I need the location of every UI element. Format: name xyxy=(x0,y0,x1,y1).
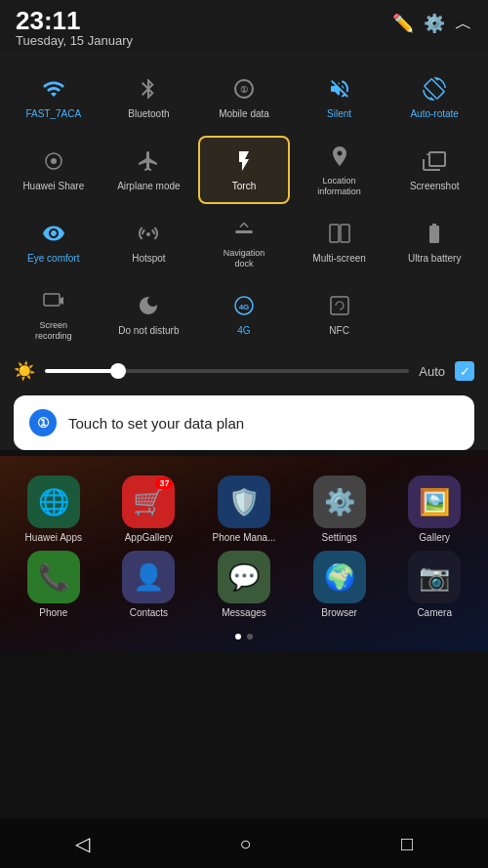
page-dot-1 xyxy=(235,634,241,640)
data-plan-icon: ① xyxy=(29,409,57,436)
torch-icon xyxy=(232,149,256,177)
app-icon: 🖼️ xyxy=(408,475,461,528)
nfc-icon xyxy=(328,294,351,321)
app-icon: 📷 xyxy=(408,551,461,603)
brightness-slider[interactable] xyxy=(45,369,409,373)
app-label: Phone xyxy=(39,607,67,618)
brightness-thumb[interactable] xyxy=(110,363,126,379)
tile-bluetooth[interactable]: Bluetooth xyxy=(103,63,195,132)
tile-wifi[interactable]: FAST_7ACA xyxy=(8,63,100,132)
tile-huawei-share-label: Huawei Share xyxy=(22,181,84,192)
app-item[interactable]: 👤Contacts xyxy=(105,551,193,618)
app-label: Contacts xyxy=(130,607,168,618)
home-button[interactable]: ○ xyxy=(220,825,270,863)
brightness-auto-checkbox[interactable]: ✓ xyxy=(455,361,474,381)
tile-bluetooth-label: Bluetooth xyxy=(128,108,169,120)
data-plan-banner[interactable]: ① Touch to set your data plan xyxy=(14,395,474,450)
app-label: Messages xyxy=(222,607,266,618)
tile-mobile-data[interactable]: ① Mobile data xyxy=(198,63,290,132)
svg-text:4G: 4G xyxy=(239,303,250,311)
app-label: Huawei Apps xyxy=(25,532,82,543)
bottom-nav: ◁ ○ □ xyxy=(0,819,488,868)
tile-hotspot-label: Hotspot xyxy=(132,253,165,265)
app-item[interactable]: 💬Messages xyxy=(200,551,288,618)
screen-rec-icon xyxy=(42,289,65,316)
app-item[interactable]: 🛒37AppGallery xyxy=(105,475,193,543)
svg-rect-7 xyxy=(44,294,60,306)
brightness-auto-label: Auto xyxy=(419,364,445,379)
tile-eye-comfort[interactable]: Eye comfort xyxy=(8,208,100,276)
tile-airplane[interactable]: Airplane mode xyxy=(103,136,195,204)
hotspot-icon xyxy=(137,222,160,249)
app-label: Gallery xyxy=(419,532,450,543)
svg-text:①: ① xyxy=(240,85,248,95)
moon-icon xyxy=(137,294,160,321)
tile-empty xyxy=(388,280,480,349)
battery-icon xyxy=(423,222,446,249)
brightness-icon: ☀️ xyxy=(14,360,35,382)
app-item[interactable]: 📞Phone xyxy=(10,551,98,618)
brightness-row: ☀️ Auto ✓ xyxy=(6,352,482,390)
svg-rect-6 xyxy=(341,225,349,242)
tiles-grid: FAST_7ACA Bluetooth ① Mobile data Silent xyxy=(6,60,482,352)
app-label: Phone Mana... xyxy=(212,532,275,543)
data-plan-text: Touch to set your data plan xyxy=(68,415,244,432)
nav-dock-icon xyxy=(232,217,256,244)
app-icon: 🌍 xyxy=(313,551,366,603)
tile-screen-recording[interactable]: Screenrecording xyxy=(8,280,100,349)
status-date: Tuesday, 15 January xyxy=(16,33,133,48)
bluetooth-icon xyxy=(137,77,160,104)
tile-screen-recording-label: Screenrecording xyxy=(35,320,72,342)
app-grid: 🌐Huawei Apps🛒37AppGallery🛡️Phone Mana...… xyxy=(10,472,478,622)
tile-ultra-battery[interactable]: Ultra battery xyxy=(388,208,480,276)
back-button[interactable]: ◁ xyxy=(56,824,109,863)
app-item[interactable]: 🛡️Phone Mana... xyxy=(200,475,288,543)
silent-icon xyxy=(328,77,351,104)
tile-torch[interactable]: Torch xyxy=(198,136,290,204)
tile-torch-label: Torch xyxy=(232,181,256,192)
tile-hotspot[interactable]: Hotspot xyxy=(103,208,195,276)
tile-nav-dock-label: Navigationdock xyxy=(224,248,265,269)
settings-icon[interactable]: ⚙️ xyxy=(424,13,445,34)
eye-comfort-icon xyxy=(42,222,65,249)
app-icon: 👤 xyxy=(122,551,175,603)
tile-multi-screen[interactable]: Multi-screen xyxy=(294,208,386,276)
tile-do-not-disturb[interactable]: Do not disturb xyxy=(103,280,195,349)
tile-silent-label: Silent xyxy=(327,108,351,120)
tile-nav-dock[interactable]: Navigationdock xyxy=(198,208,290,276)
app-label: Browser xyxy=(321,607,357,618)
edit-icon[interactable]: ✏️ xyxy=(392,13,414,34)
tile-mobile-data-label: Mobile data xyxy=(219,108,269,120)
app-label: Settings xyxy=(322,532,357,543)
tile-screenshot[interactable]: Screenshot xyxy=(388,136,480,204)
app-icon: 🌐 xyxy=(27,475,80,528)
tile-auto-rotate-label: Auto-rotate xyxy=(410,108,458,120)
tile-location[interactable]: Locationinformation xyxy=(294,136,386,204)
tile-wifi-label: FAST_7ACA xyxy=(25,108,81,120)
svg-rect-4 xyxy=(235,230,253,233)
recents-button[interactable]: □ xyxy=(382,825,432,863)
tile-nfc[interactable]: NFC xyxy=(294,280,386,349)
wifi-icon xyxy=(42,77,65,104)
tile-huawei-share[interactable]: Huawei Share xyxy=(8,136,100,204)
tile-dnd-label: Do not disturb xyxy=(118,325,179,337)
app-item[interactable]: 🌐Huawei Apps xyxy=(10,475,98,543)
tile-4g-label: 4G xyxy=(237,325,250,337)
mobile-data-icon: ① xyxy=(232,77,256,104)
tile-auto-rotate[interactable]: Auto-rotate xyxy=(388,63,480,132)
tile-screenshot-label: Screenshot xyxy=(410,181,460,192)
collapse-icon[interactable]: ︿ xyxy=(455,12,472,35)
4g-icon: 4G xyxy=(232,294,256,321)
page-dot-2 xyxy=(247,634,253,640)
tile-4g[interactable]: 4G 4G xyxy=(198,280,290,349)
app-item[interactable]: 🌍Browser xyxy=(296,551,384,618)
app-item[interactable]: 🖼️Gallery xyxy=(390,475,478,543)
multi-screen-icon xyxy=(328,222,351,249)
app-item[interactable]: 📷Camera xyxy=(390,551,478,618)
quick-settings-panel: FAST_7ACA Bluetooth ① Mobile data Silent xyxy=(0,52,488,450)
tile-silent[interactable]: Silent xyxy=(294,63,386,132)
tile-location-label: Locationinformation xyxy=(317,176,361,197)
airplane-icon xyxy=(137,149,160,177)
app-item[interactable]: ⚙️Settings xyxy=(296,475,384,543)
app-label: Camera xyxy=(417,607,452,618)
